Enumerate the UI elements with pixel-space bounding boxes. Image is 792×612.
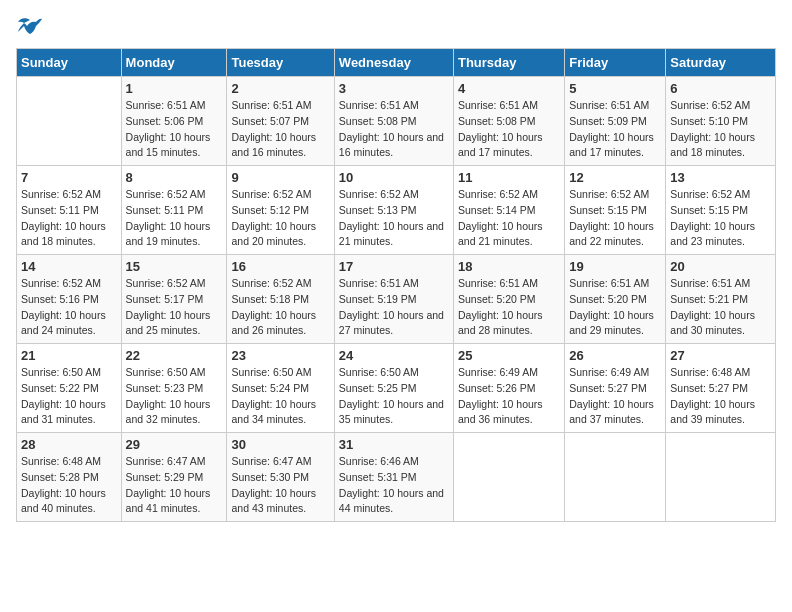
day-info: Sunrise: 6:48 AM Sunset: 5:28 PM Dayligh… [21,454,117,517]
day-cell: 21 Sunrise: 6:50 AM Sunset: 5:22 PM Dayl… [17,344,122,433]
daylight: Daylight: 10 hours and 22 minutes. [569,220,654,248]
day-cell: 13 Sunrise: 6:52 AM Sunset: 5:15 PM Dayl… [666,166,776,255]
sunset: Sunset: 5:11 PM [21,204,99,216]
day-cell: 10 Sunrise: 6:52 AM Sunset: 5:13 PM Dayl… [334,166,453,255]
day-info: Sunrise: 6:51 AM Sunset: 5:19 PM Dayligh… [339,276,449,339]
day-number: 19 [569,259,661,274]
day-cell: 27 Sunrise: 6:48 AM Sunset: 5:27 PM Dayl… [666,344,776,433]
header-thursday: Thursday [453,49,564,77]
day-number: 21 [21,348,117,363]
day-number: 26 [569,348,661,363]
day-number: 4 [458,81,560,96]
day-cell: 23 Sunrise: 6:50 AM Sunset: 5:24 PM Dayl… [227,344,334,433]
day-info: Sunrise: 6:51 AM Sunset: 5:08 PM Dayligh… [458,98,560,161]
day-info: Sunrise: 6:50 AM Sunset: 5:24 PM Dayligh… [231,365,329,428]
sunset: Sunset: 5:06 PM [126,115,204,127]
sunrise: Sunrise: 6:50 AM [126,366,206,378]
sunset: Sunset: 5:26 PM [458,382,536,394]
daylight: Daylight: 10 hours and 43 minutes. [231,487,316,515]
day-info: Sunrise: 6:52 AM Sunset: 5:11 PM Dayligh… [126,187,223,250]
sunset: Sunset: 5:21 PM [670,293,748,305]
header-saturday: Saturday [666,49,776,77]
week-row-1: 7 Sunrise: 6:52 AM Sunset: 5:11 PM Dayli… [17,166,776,255]
day-info: Sunrise: 6:52 AM Sunset: 5:12 PM Dayligh… [231,187,329,250]
sunrise: Sunrise: 6:52 AM [569,188,649,200]
sunrise: Sunrise: 6:52 AM [670,188,750,200]
sunset: Sunset: 5:07 PM [231,115,309,127]
day-info: Sunrise: 6:52 AM Sunset: 5:17 PM Dayligh… [126,276,223,339]
header-sunday: Sunday [17,49,122,77]
daylight: Daylight: 10 hours and 30 minutes. [670,309,755,337]
sunrise: Sunrise: 6:50 AM [339,366,419,378]
daylight: Daylight: 10 hours and 21 minutes. [458,220,543,248]
daylight: Daylight: 10 hours and 39 minutes. [670,398,755,426]
day-cell: 29 Sunrise: 6:47 AM Sunset: 5:29 PM Dayl… [121,433,227,522]
day-number: 22 [126,348,223,363]
daylight: Daylight: 10 hours and 15 minutes. [126,131,211,159]
day-cell: 12 Sunrise: 6:52 AM Sunset: 5:15 PM Dayl… [565,166,666,255]
day-number: 9 [231,170,329,185]
sunrise: Sunrise: 6:47 AM [126,455,206,467]
day-number: 29 [126,437,223,452]
day-cell: 30 Sunrise: 6:47 AM Sunset: 5:30 PM Dayl… [227,433,334,522]
daylight: Daylight: 10 hours and 34 minutes. [231,398,316,426]
daylight: Daylight: 10 hours and 31 minutes. [21,398,106,426]
sunrise: Sunrise: 6:51 AM [569,99,649,111]
day-info: Sunrise: 6:47 AM Sunset: 5:29 PM Dayligh… [126,454,223,517]
daylight: Daylight: 10 hours and 36 minutes. [458,398,543,426]
logo [16,16,48,38]
day-cell: 24 Sunrise: 6:50 AM Sunset: 5:25 PM Dayl… [334,344,453,433]
sunset: Sunset: 5:08 PM [339,115,417,127]
sunset: Sunset: 5:23 PM [126,382,204,394]
sunrise: Sunrise: 6:51 AM [569,277,649,289]
day-number: 3 [339,81,449,96]
sunset: Sunset: 5:15 PM [569,204,647,216]
day-cell: 19 Sunrise: 6:51 AM Sunset: 5:20 PM Dayl… [565,255,666,344]
sunrise: Sunrise: 6:51 AM [458,99,538,111]
day-number: 24 [339,348,449,363]
day-cell: 18 Sunrise: 6:51 AM Sunset: 5:20 PM Dayl… [453,255,564,344]
sunset: Sunset: 5:20 PM [458,293,536,305]
day-cell: 6 Sunrise: 6:52 AM Sunset: 5:10 PM Dayli… [666,77,776,166]
sunrise: Sunrise: 6:51 AM [670,277,750,289]
sunrise: Sunrise: 6:51 AM [126,99,206,111]
day-number: 30 [231,437,329,452]
day-cell [565,433,666,522]
sunset: Sunset: 5:10 PM [670,115,748,127]
sunset: Sunset: 5:31 PM [339,471,417,483]
sunrise: Sunrise: 6:52 AM [339,188,419,200]
week-row-2: 14 Sunrise: 6:52 AM Sunset: 5:16 PM Dayl… [17,255,776,344]
day-cell: 31 Sunrise: 6:46 AM Sunset: 5:31 PM Dayl… [334,433,453,522]
daylight: Daylight: 10 hours and 27 minutes. [339,309,444,337]
day-cell: 17 Sunrise: 6:51 AM Sunset: 5:19 PM Dayl… [334,255,453,344]
day-cell: 2 Sunrise: 6:51 AM Sunset: 5:07 PM Dayli… [227,77,334,166]
day-cell: 16 Sunrise: 6:52 AM Sunset: 5:18 PM Dayl… [227,255,334,344]
daylight: Daylight: 10 hours and 18 minutes. [670,131,755,159]
sunset: Sunset: 5:09 PM [569,115,647,127]
sunrise: Sunrise: 6:48 AM [670,366,750,378]
sunset: Sunset: 5:16 PM [21,293,99,305]
day-cell [666,433,776,522]
header-wednesday: Wednesday [334,49,453,77]
sunset: Sunset: 5:13 PM [339,204,417,216]
sunrise: Sunrise: 6:51 AM [339,277,419,289]
header-row: SundayMondayTuesdayWednesdayThursdayFrid… [17,49,776,77]
daylight: Daylight: 10 hours and 40 minutes. [21,487,106,515]
day-cell: 9 Sunrise: 6:52 AM Sunset: 5:12 PM Dayli… [227,166,334,255]
week-row-3: 21 Sunrise: 6:50 AM Sunset: 5:22 PM Dayl… [17,344,776,433]
day-info: Sunrise: 6:50 AM Sunset: 5:23 PM Dayligh… [126,365,223,428]
sunset: Sunset: 5:12 PM [231,204,309,216]
day-number: 18 [458,259,560,274]
sunset: Sunset: 5:25 PM [339,382,417,394]
day-number: 12 [569,170,661,185]
day-number: 27 [670,348,771,363]
daylight: Daylight: 10 hours and 26 minutes. [231,309,316,337]
day-info: Sunrise: 6:52 AM Sunset: 5:15 PM Dayligh… [569,187,661,250]
day-number: 15 [126,259,223,274]
sunrise: Sunrise: 6:52 AM [231,188,311,200]
day-info: Sunrise: 6:47 AM Sunset: 5:30 PM Dayligh… [231,454,329,517]
sunrise: Sunrise: 6:51 AM [231,99,311,111]
sunset: Sunset: 5:24 PM [231,382,309,394]
daylight: Daylight: 10 hours and 37 minutes. [569,398,654,426]
sunrise: Sunrise: 6:51 AM [339,99,419,111]
